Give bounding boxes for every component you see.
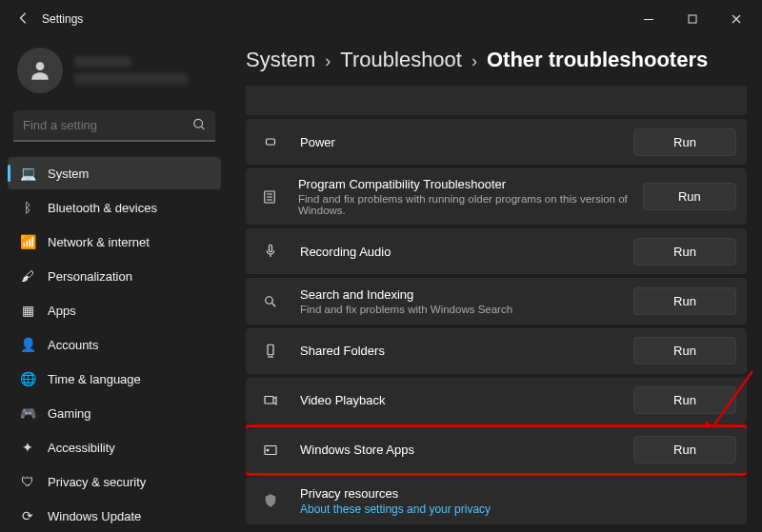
run-button[interactable]: Run (633, 128, 736, 156)
sidebar-icon: 🎮 (19, 405, 36, 421)
profile-name (74, 56, 189, 85)
sidebar-item-label: Accessibility (48, 441, 115, 455)
svg-rect-6 (270, 246, 272, 253)
back-icon[interactable] (17, 11, 30, 28)
sidebar-icon: ᛒ (19, 200, 36, 215)
search-box[interactable] (13, 110, 215, 142)
sidebar: 💻SystemᛒBluetooth & devices📶Network & in… (0, 38, 229, 532)
sidebar-icon: 👤 (19, 337, 36, 352)
avatar (17, 48, 63, 93)
troubleshooter-card[interactable]: Shared FoldersRun (246, 328, 747, 374)
sidebar-item-label: Time & language (48, 372, 141, 386)
breadcrumb: System › Troubleshoot › Other troublesho… (246, 38, 747, 86)
troubleshooter-icon (260, 133, 281, 150)
chevron-right-icon: › (471, 51, 477, 71)
sidebar-icon: 💻 (19, 166, 36, 181)
troubleshooter-card[interactable]: Windows Store AppsRun (246, 427, 747, 473)
sidebar-icon: ▦ (19, 303, 36, 318)
svg-rect-4 (267, 139, 275, 145)
troubleshooter-title: Power (300, 135, 335, 149)
sidebar-icon: 📶 (19, 234, 36, 249)
close-button[interactable] (714, 0, 758, 38)
troubleshooter-icon (260, 293, 281, 310)
search-icon (192, 117, 206, 133)
sidebar-icon: 🌐 (19, 371, 36, 386)
sidebar-item-label: Network & internet (48, 235, 150, 249)
troubleshooter-desc: Find and fix problems with running older… (298, 193, 643, 216)
troubleshooter-card[interactable]: Recording AudioRun (246, 228, 747, 274)
svg-rect-0 (644, 19, 653, 20)
main-panel: System › Troubleshoot › Other troublesho… (229, 38, 762, 532)
sidebar-item-network-internet[interactable]: 📶Network & internet (8, 226, 221, 258)
sidebar-icon: ⟳ (19, 508, 36, 523)
sidebar-icon: ✦ (19, 440, 36, 455)
run-button[interactable]: Run (643, 183, 736, 210)
troubleshooter-icon (260, 188, 279, 206)
sidebar-item-label: Bluetooth & devices (48, 201, 157, 215)
svg-rect-9 (265, 396, 273, 404)
breadcrumb-current: Other troubleshooters (487, 48, 708, 72)
svg-point-7 (266, 296, 273, 304)
svg-point-3 (194, 119, 203, 128)
troubleshooter-icon (260, 392, 281, 409)
troubleshooter-text: Search and IndexingFind and fix problems… (300, 287, 512, 315)
troubleshooter-title: Recording Audio (300, 245, 391, 259)
sidebar-item-privacy-security[interactable]: 🛡Privacy & security (8, 465, 221, 498)
shield-icon (260, 492, 281, 509)
sidebar-item-personalization[interactable]: 🖌Personalization (8, 260, 221, 292)
search-input[interactable] (13, 110, 215, 142)
sidebar-item-bluetooth-devices[interactable]: ᛒBluetooth & devices (8, 191, 221, 224)
troubleshooter-title: Shared Folders (300, 344, 385, 358)
troubleshooter-text: Windows Store Apps (300, 443, 414, 457)
sidebar-item-windows-update[interactable]: ⟳Windows Update (8, 500, 221, 532)
sidebar-item-accessibility[interactable]: ✦Accessibility (8, 431, 221, 463)
sidebar-icon: 🛡 (19, 474, 36, 489)
sidebar-item-label: Personalization (48, 269, 132, 284)
svg-rect-1 (689, 15, 696, 23)
run-button[interactable]: Run (633, 238, 736, 266)
troubleshooter-title: Program Compatibility Troubleshooter (298, 177, 643, 191)
run-button[interactable]: Run (633, 436, 736, 463)
footer-link[interactable]: About these settings and your privacy (300, 502, 491, 516)
troubleshooter-list: Run PowerRunProgram Compatibility Troubl… (246, 86, 747, 524)
troubleshooter-desc: Find and fix problems with Windows Searc… (300, 304, 512, 315)
svg-point-2 (36, 62, 45, 70)
sidebar-item-accounts[interactable]: 👤Accounts (8, 328, 221, 361)
troubleshooter-text: Recording Audio (300, 245, 391, 259)
troubleshooter-title: Search and Indexing (300, 287, 512, 302)
run-button[interactable]: Run (633, 337, 736, 365)
sidebar-item-system[interactable]: 💻System (8, 157, 221, 189)
breadcrumb-troubleshoot[interactable]: Troubleshoot (340, 48, 462, 72)
maximize-button[interactable] (671, 0, 714, 38)
troubleshooter-text: Video Playback (300, 393, 385, 407)
sidebar-item-apps[interactable]: ▦Apps (8, 294, 221, 326)
sidebar-item-time-language[interactable]: 🌐Time & language (8, 363, 221, 395)
privacy-resources-card[interactable]: Privacy resourcesAbout these settings an… (246, 477, 747, 524)
sidebar-item-label: Gaming (48, 406, 91, 421)
sidebar-item-label: Apps (48, 304, 76, 318)
troubleshooter-card[interactable]: PowerRun (246, 119, 747, 165)
run-button[interactable]: Run (633, 386, 736, 414)
sidebar-item-label: System (48, 167, 89, 181)
sidebar-item-gaming[interactable]: 🎮Gaming (8, 397, 221, 429)
profile-block[interactable] (8, 42, 221, 105)
svg-point-11 (267, 449, 269, 451)
sidebar-item-label: Windows Update (48, 509, 141, 523)
troubleshooter-card[interactable]: Program Compatibility TroubleshooterFind… (246, 168, 747, 225)
troubleshooter-text: Power (300, 135, 335, 149)
troubleshooter-icon (260, 442, 281, 459)
titlebar: Settings (0, 0, 762, 38)
run-button[interactable]: Run (633, 287, 736, 315)
troubleshooter-card[interactable]: Search and IndexingFind and fix problems… (246, 278, 747, 324)
troubleshooter-icon (260, 243, 281, 260)
breadcrumb-system[interactable]: System (246, 48, 315, 72)
window-title: Settings (42, 12, 83, 26)
minimize-button[interactable] (627, 0, 671, 38)
svg-rect-8 (268, 345, 273, 355)
troubleshooter-icon (260, 343, 281, 360)
troubleshooter-card[interactable]: Video PlaybackRun (246, 378, 747, 424)
sidebar-nav: 💻SystemᛒBluetooth & devices📶Network & in… (8, 157, 221, 532)
troubleshooter-title: Windows Store Apps (300, 443, 414, 457)
footer-text: Privacy resourcesAbout these settings an… (300, 486, 491, 516)
troubleshooter-text: Shared Folders (300, 344, 385, 358)
